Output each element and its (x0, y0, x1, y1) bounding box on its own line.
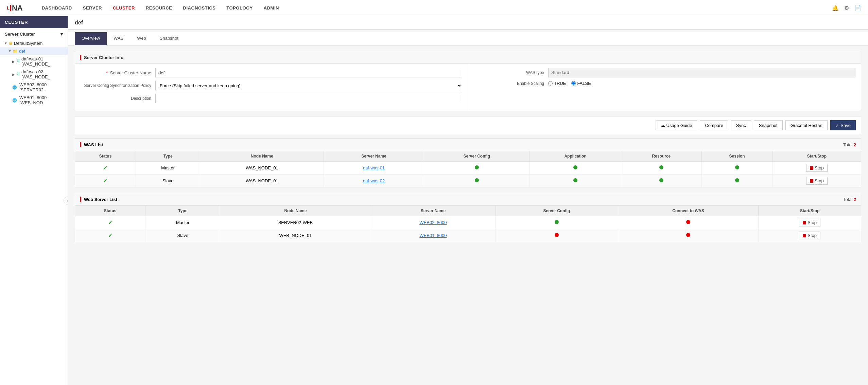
was-row2-status: ✓ (75, 175, 136, 187)
was-row2-stop-button[interactable]: Stop (806, 177, 828, 185)
web-list-header: Web Server List Total 2 (75, 193, 861, 206)
cloud-icon: ☁ (661, 123, 665, 128)
radio-true-label[interactable]: TRUE (548, 81, 566, 86)
stop-label-web-2: Stop (808, 233, 817, 238)
usage-guide-button[interactable]: ☁ Usage Guide (656, 120, 697, 130)
sidebar-item-web01-8000[interactable]: 🌐 WEB01_8000 [WEB_NOD (0, 94, 68, 107)
server-cluster-info-section: Server Cluster Info * Server Cluster Nam… (75, 51, 861, 111)
was-list-header: WAS List Total 2 (75, 139, 861, 151)
was-col-server-config: Server Config (424, 151, 530, 162)
was-row1-server-name[interactable]: daf-was-01 (324, 162, 424, 175)
was-row-2: ✓ Slave WAS_NODE_01 daf-was-02 (75, 175, 861, 187)
nav-dashboard[interactable]: DASHBOARD (36, 0, 77, 16)
web-row2-node-name: WEB_NODE_01 (220, 229, 371, 242)
sidebar-collapse-button[interactable]: ‹ (64, 197, 68, 205)
description-label: Description (81, 96, 155, 101)
enable-scaling-label: Enable Scaling (473, 81, 548, 86)
radio-true[interactable] (548, 81, 553, 86)
stop-square-web-2 (803, 234, 806, 237)
web-list-title: Web Server List (84, 197, 117, 202)
was-row1-stop-button[interactable]: Stop (806, 164, 828, 172)
was-row2-server-config (424, 175, 530, 187)
dot-green-3 (659, 165, 663, 169)
dot-green-8 (735, 178, 739, 182)
sync-policy-select[interactable]: Force (Skip failed server and keep going… (155, 81, 462, 90)
sidebar-item-daf-was-01[interactable]: ▶ 🗄 daf-was-01 [WAS_NODE_ (0, 55, 68, 68)
compare-button[interactable]: Compare (700, 120, 728, 130)
file-icon[interactable]: 📄 (854, 5, 861, 11)
was-row2-server-name[interactable]: daf-was-02 (324, 175, 424, 187)
check-icon-2: ✓ (103, 178, 107, 184)
cluster-name-label-text: Server Cluster Name (110, 70, 151, 75)
sync-button[interactable]: Sync (731, 120, 751, 130)
graceful-restart-button[interactable]: Graceful Restart (785, 120, 828, 130)
web-row2-stop-button[interactable]: Stop (799, 232, 820, 239)
tab-snapshot[interactable]: Snapshot (153, 32, 185, 45)
folder-icon-def: 📁 (13, 49, 18, 54)
sidebar-item-def[interactable]: ▼ 📁 def (0, 47, 68, 55)
dot-red-web-3 (686, 233, 690, 237)
was-col-application: Application (530, 151, 621, 162)
tab-overview[interactable]: Overview (75, 32, 107, 45)
save-button[interactable]: ✓ Save (830, 120, 856, 130)
web-row1-stop-button[interactable]: Stop (799, 219, 820, 226)
web01-8000-link[interactable]: WEB01_8000 (419, 233, 447, 238)
was-list-table: Status Type Node Name Server Name Server… (75, 151, 861, 187)
nav-resource[interactable]: RESOURCE (140, 0, 178, 16)
radio-false-text: FALSE (577, 81, 591, 86)
tab-was[interactable]: WAS (107, 32, 130, 45)
web-icon-web01: 🌐 (12, 98, 17, 103)
was-col-type: Type (136, 151, 200, 162)
server-icon-daf-was-01: 🗄 (16, 59, 20, 64)
sidebar-item-defaultsystem[interactable]: ▼ 🖥 DefaultSystem (0, 39, 68, 47)
form-row-was-type: WAS type Standard (473, 68, 855, 77)
snapshot-button[interactable]: Snapshot (754, 120, 783, 130)
section-header-bar (80, 55, 81, 60)
sidebar-item-label-daf-was-02: daf-was-02 [WAS_NODE_ (21, 69, 65, 79)
form-row-enable-scaling: Enable Scaling TRUE FALSE (473, 81, 855, 86)
buttons-row: ☁ Usage Guide Compare Sync Snapshot Grac… (75, 116, 861, 134)
was-row1-type: Master (136, 162, 200, 175)
sidebar-group-label[interactable]: Server Cluster ▾ (0, 28, 68, 39)
web02-8000-link[interactable]: WEB02_8000 (419, 220, 447, 225)
was-total-label: Total 2 (843, 142, 856, 147)
form-row-description: Description (81, 94, 462, 103)
cluster-name-input[interactable] (155, 68, 462, 77)
nav-admin[interactable]: ADMIN (258, 0, 284, 16)
was-row2-session (701, 175, 772, 187)
radio-false-label[interactable]: FALSE (571, 81, 591, 86)
web-row1-server-name[interactable]: WEB02_8000 (371, 216, 495, 229)
sync-policy-label: Server Config Synchronization Policy (81, 83, 155, 88)
stop-label-2: Stop (815, 178, 824, 183)
check-icon-1: ✓ (103, 165, 107, 171)
tab-web[interactable]: Web (130, 32, 153, 45)
toggle-daf-was-02: ▶ (12, 73, 15, 76)
bell-icon[interactable]: 🔔 (832, 5, 839, 11)
nav-cluster[interactable]: CLUSTER (107, 0, 140, 16)
sidebar-group-text: Server Cluster (5, 32, 35, 37)
web-row1-connect-to-was (618, 216, 759, 229)
web-row2-server-name[interactable]: WEB01_8000 (371, 229, 495, 242)
web-col-type: Type (145, 206, 220, 216)
toggle-daf-was-01: ▶ (12, 60, 15, 63)
sidebar-item-web02-8000[interactable]: 🌐 WEB02_8000 [SERVER02- (0, 81, 68, 94)
enable-scaling-radio-group: TRUE FALSE (548, 81, 591, 86)
save-label: Save (840, 123, 851, 128)
logo: LNA (7, 4, 23, 13)
daf-was-01-link[interactable]: daf-was-01 (363, 165, 385, 170)
radio-false[interactable] (571, 81, 576, 86)
web-row-1: ✓ Master SERVER02-WEB WEB02_8000 Stop (75, 216, 861, 229)
nav-topology[interactable]: TOPOLOGY (221, 0, 258, 16)
form-grid: * Server Cluster Name Server Config Sync… (75, 64, 861, 111)
daf-was-02-link[interactable]: daf-was-02 (363, 178, 385, 183)
check-icon-web-1: ✓ (108, 220, 112, 225)
nav-diagnostics[interactable]: DIAGNOSTICS (178, 0, 221, 16)
web-server-list-section: Web Server List Total 2 Status Type Node… (75, 193, 861, 242)
description-input[interactable] (155, 94, 462, 103)
web-server-list-table: Status Type Node Name Server Name Server… (75, 206, 861, 242)
gear-icon[interactable]: ⚙ (844, 5, 849, 11)
sidebar-item-daf-was-02[interactable]: ▶ 🗄 daf-was-02 [WAS_NODE_ (0, 68, 68, 81)
required-star: * (106, 70, 108, 75)
nav-server[interactable]: SERVER (77, 0, 107, 16)
stop-label-web-1: Stop (808, 220, 817, 225)
